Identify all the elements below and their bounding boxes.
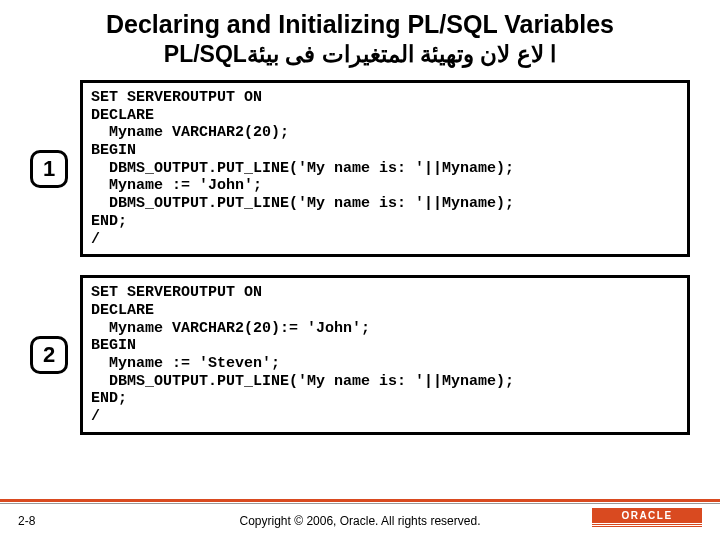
slide-title: Declaring and Initializing PL/SQL Variab… [0, 0, 720, 39]
slide-subtitle: ا لاع لان وتهيئة المتغيرات فى بيئةPL/SQL [0, 39, 720, 76]
footer: 2-8 Copyright © 2006, Oracle. All rights… [0, 498, 720, 540]
example-row: 1 SET SERVEROUTPUT ON DECLARE Myname VAR… [30, 80, 690, 257]
oracle-logo-text: ORACLE [621, 510, 672, 521]
oracle-logo-underline [592, 524, 702, 525]
oracle-logo-bar: ORACLE [592, 508, 702, 523]
example-row: 2 SET SERVEROUTPUT ON DECLARE Myname VAR… [30, 275, 690, 435]
footer-divider [0, 499, 720, 502]
oracle-logo-underline [592, 526, 702, 527]
footer-divider-thin [0, 503, 720, 504]
oracle-logo: ORACLE [592, 508, 702, 532]
example-number-1: 1 [30, 150, 68, 188]
example-number-2: 2 [30, 336, 68, 374]
code-block-2: SET SERVEROUTPUT ON DECLARE Myname VARCH… [80, 275, 690, 435]
slide: Declaring and Initializing PL/SQL Variab… [0, 0, 720, 540]
code-block-1: SET SERVEROUTPUT ON DECLARE Myname VARCH… [80, 80, 690, 257]
examples-container: 1 SET SERVEROUTPUT ON DECLARE Myname VAR… [0, 76, 720, 435]
